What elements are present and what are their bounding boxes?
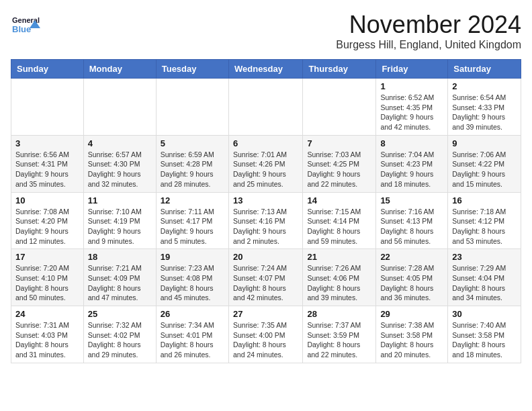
day-number: 29 bbox=[380, 309, 443, 319]
day-info: Sunrise: 7:15 AM Sunset: 4:14 PM Dayligh… bbox=[307, 207, 371, 246]
calendar-cell: 25Sunrise: 7:32 AM Sunset: 4:02 PM Dayli… bbox=[83, 306, 156, 363]
day-number: 24 bbox=[15, 309, 79, 319]
day-info: Sunrise: 6:56 AM Sunset: 4:31 PM Dayligh… bbox=[15, 150, 79, 189]
day-number: 13 bbox=[233, 195, 298, 205]
calendar-cell: 6Sunrise: 7:01 AM Sunset: 4:26 PM Daylig… bbox=[228, 135, 302, 192]
calendar-cell: 1Sunrise: 6:52 AM Sunset: 4:35 PM Daylig… bbox=[376, 79, 448, 136]
calendar-cell: 18Sunrise: 7:21 AM Sunset: 4:09 PM Dayli… bbox=[83, 249, 156, 306]
day-info: Sunrise: 7:20 AM Sunset: 4:10 PM Dayligh… bbox=[15, 263, 79, 303]
day-info: Sunrise: 7:38 AM Sunset: 3:58 PM Dayligh… bbox=[380, 320, 443, 360]
col-header-friday: Friday bbox=[376, 60, 448, 79]
day-number: 25 bbox=[88, 309, 152, 319]
day-number: 22 bbox=[380, 252, 443, 262]
day-info: Sunrise: 7:21 AM Sunset: 4:09 PM Dayligh… bbox=[88, 263, 152, 303]
calendar-header-row: SundayMondayTuesdayWednesdayThursdayFrid… bbox=[11, 60, 521, 79]
calendar-cell: 23Sunrise: 7:29 AM Sunset: 4:04 PM Dayli… bbox=[448, 249, 521, 306]
calendar-cell: 8Sunrise: 7:04 AM Sunset: 4:23 PM Daylig… bbox=[376, 135, 448, 192]
svg-text:Blue: Blue bbox=[12, 24, 31, 34]
day-number: 19 bbox=[161, 252, 224, 262]
col-header-sunday: Sunday bbox=[11, 60, 84, 79]
calendar-cell: 21Sunrise: 7:26 AM Sunset: 4:06 PM Dayli… bbox=[303, 249, 376, 306]
day-number: 30 bbox=[452, 309, 517, 319]
day-number: 26 bbox=[161, 309, 224, 319]
day-info: Sunrise: 7:13 AM Sunset: 4:16 PM Dayligh… bbox=[233, 207, 298, 246]
day-info: Sunrise: 7:37 AM Sunset: 3:59 PM Dayligh… bbox=[307, 320, 371, 360]
calendar-cell: 19Sunrise: 7:23 AM Sunset: 4:08 PM Dayli… bbox=[156, 249, 228, 306]
day-number: 18 bbox=[88, 252, 152, 262]
calendar-cell: 29Sunrise: 7:38 AM Sunset: 3:58 PM Dayli… bbox=[376, 306, 448, 363]
day-number: 1 bbox=[380, 81, 443, 91]
day-number: 5 bbox=[161, 138, 224, 148]
col-header-tuesday: Tuesday bbox=[156, 60, 228, 79]
day-info: Sunrise: 7:29 AM Sunset: 4:04 PM Dayligh… bbox=[452, 263, 517, 303]
day-number: 6 bbox=[233, 138, 298, 148]
day-number: 11 bbox=[88, 195, 152, 205]
calendar-cell: 7Sunrise: 7:03 AM Sunset: 4:25 PM Daylig… bbox=[303, 135, 376, 192]
calendar-cell: 11Sunrise: 7:10 AM Sunset: 4:19 PM Dayli… bbox=[83, 192, 156, 249]
calendar-cell: 9Sunrise: 7:06 AM Sunset: 4:22 PM Daylig… bbox=[448, 135, 521, 192]
calendar-cell: 24Sunrise: 7:31 AM Sunset: 4:03 PM Dayli… bbox=[11, 306, 84, 363]
day-info: Sunrise: 7:35 AM Sunset: 4:00 PM Dayligh… bbox=[233, 320, 298, 360]
day-info: Sunrise: 7:31 AM Sunset: 4:03 PM Dayligh… bbox=[15, 320, 79, 360]
calendar-cell: 12Sunrise: 7:11 AM Sunset: 4:17 PM Dayli… bbox=[156, 192, 228, 249]
day-info: Sunrise: 6:59 AM Sunset: 4:28 PM Dayligh… bbox=[161, 150, 224, 189]
calendar-week-row: 17Sunrise: 7:20 AM Sunset: 4:10 PM Dayli… bbox=[11, 249, 521, 306]
col-header-wednesday: Wednesday bbox=[228, 60, 302, 79]
calendar-cell: 4Sunrise: 6:57 AM Sunset: 4:30 PM Daylig… bbox=[83, 135, 156, 192]
col-header-thursday: Thursday bbox=[303, 60, 376, 79]
day-number: 20 bbox=[233, 252, 298, 262]
calendar-cell bbox=[11, 79, 84, 136]
calendar-cell: 15Sunrise: 7:16 AM Sunset: 4:13 PM Dayli… bbox=[376, 192, 448, 249]
month-title: November 2024 bbox=[336, 11, 521, 39]
calendar-cell: 5Sunrise: 6:59 AM Sunset: 4:28 PM Daylig… bbox=[156, 135, 228, 192]
page-header: General Blue November 2024 Burgess Hill,… bbox=[11, 11, 521, 51]
day-number: 8 bbox=[380, 138, 443, 148]
day-info: Sunrise: 7:23 AM Sunset: 4:08 PM Dayligh… bbox=[161, 263, 224, 303]
day-number: 14 bbox=[307, 195, 371, 205]
day-info: Sunrise: 7:24 AM Sunset: 4:07 PM Dayligh… bbox=[233, 263, 298, 303]
day-info: Sunrise: 7:06 AM Sunset: 4:22 PM Dayligh… bbox=[452, 150, 517, 189]
day-info: Sunrise: 6:54 AM Sunset: 4:33 PM Dayligh… bbox=[452, 93, 517, 132]
calendar-cell: 30Sunrise: 7:40 AM Sunset: 3:58 PM Dayli… bbox=[448, 306, 521, 363]
day-number: 28 bbox=[307, 309, 371, 319]
calendar-cell: 2Sunrise: 6:54 AM Sunset: 4:33 PM Daylig… bbox=[448, 79, 521, 136]
day-info: Sunrise: 7:32 AM Sunset: 4:02 PM Dayligh… bbox=[88, 320, 152, 360]
calendar-cell: 17Sunrise: 7:20 AM Sunset: 4:10 PM Dayli… bbox=[11, 249, 84, 306]
day-number: 4 bbox=[88, 138, 152, 148]
day-number: 27 bbox=[233, 309, 298, 319]
calendar-cell: 26Sunrise: 7:34 AM Sunset: 4:01 PM Dayli… bbox=[156, 306, 228, 363]
calendar-cell bbox=[303, 79, 376, 136]
calendar-table: SundayMondayTuesdayWednesdayThursdayFrid… bbox=[11, 59, 521, 363]
calendar-cell bbox=[156, 79, 228, 136]
title-area: November 2024 Burgess Hill, England, Uni… bbox=[336, 11, 521, 51]
day-info: Sunrise: 7:11 AM Sunset: 4:17 PM Dayligh… bbox=[161, 207, 224, 246]
day-number: 10 bbox=[15, 195, 79, 205]
day-info: Sunrise: 7:18 AM Sunset: 4:12 PM Dayligh… bbox=[452, 207, 517, 246]
calendar-week-row: 1Sunrise: 6:52 AM Sunset: 4:35 PM Daylig… bbox=[11, 79, 521, 136]
day-number: 2 bbox=[452, 81, 517, 91]
calendar-week-row: 24Sunrise: 7:31 AM Sunset: 4:03 PM Dayli… bbox=[11, 306, 521, 363]
day-info: Sunrise: 7:16 AM Sunset: 4:13 PM Dayligh… bbox=[380, 207, 443, 246]
calendar-cell: 16Sunrise: 7:18 AM Sunset: 4:12 PM Dayli… bbox=[448, 192, 521, 249]
calendar-cell: 14Sunrise: 7:15 AM Sunset: 4:14 PM Dayli… bbox=[303, 192, 376, 249]
col-header-monday: Monday bbox=[83, 60, 156, 79]
calendar-week-row: 3Sunrise: 6:56 AM Sunset: 4:31 PM Daylig… bbox=[11, 135, 521, 192]
day-number: 16 bbox=[452, 195, 517, 205]
calendar-cell: 27Sunrise: 7:35 AM Sunset: 4:00 PM Dayli… bbox=[228, 306, 302, 363]
day-number: 9 bbox=[452, 138, 517, 148]
calendar-cell bbox=[228, 79, 302, 136]
day-info: Sunrise: 7:04 AM Sunset: 4:23 PM Dayligh… bbox=[380, 150, 443, 189]
day-info: Sunrise: 7:26 AM Sunset: 4:06 PM Dayligh… bbox=[307, 263, 371, 303]
calendar-cell: 22Sunrise: 7:28 AM Sunset: 4:05 PM Dayli… bbox=[376, 249, 448, 306]
day-number: 12 bbox=[161, 195, 224, 205]
day-info: Sunrise: 7:08 AM Sunset: 4:20 PM Dayligh… bbox=[15, 207, 79, 246]
day-info: Sunrise: 7:28 AM Sunset: 4:05 PM Dayligh… bbox=[380, 263, 443, 303]
day-number: 21 bbox=[307, 252, 371, 262]
col-header-saturday: Saturday bbox=[448, 60, 521, 79]
day-number: 17 bbox=[15, 252, 79, 262]
calendar-cell: 10Sunrise: 7:08 AM Sunset: 4:20 PM Dayli… bbox=[11, 192, 84, 249]
calendar-cell: 3Sunrise: 6:56 AM Sunset: 4:31 PM Daylig… bbox=[11, 135, 84, 192]
logo: General Blue bbox=[11, 11, 40, 40]
calendar-cell: 28Sunrise: 7:37 AM Sunset: 3:59 PM Dayli… bbox=[303, 306, 376, 363]
day-number: 3 bbox=[15, 138, 79, 148]
